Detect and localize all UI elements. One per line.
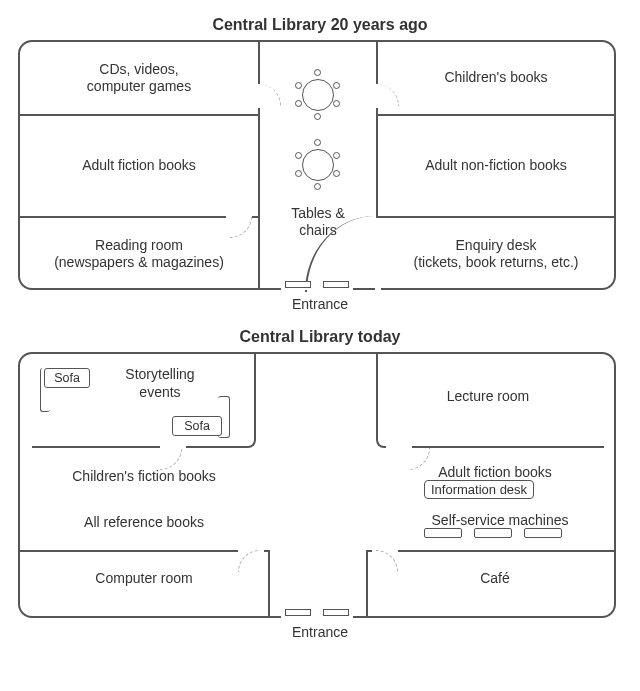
sofa-shape-icon — [218, 396, 230, 438]
room-children-books: Children's books — [378, 42, 614, 114]
room-cds: CDs, videos, computer games — [20, 42, 258, 114]
tables-chairs-icon — [288, 70, 348, 190]
self-service-machine-icon — [424, 528, 462, 538]
floorplan-before: CDs, videos, computer games Children's b… — [18, 40, 616, 290]
plan-before-title: Central Library 20 years ago — [18, 16, 622, 34]
floorplan-after: Storytelling events Lecture room Childre… — [18, 352, 616, 618]
room-reading-room: Reading room (newspapers & magazines) — [20, 218, 258, 290]
corridor-wall-left — [268, 550, 270, 616]
sofa-shape-icon — [40, 368, 50, 412]
door-icon — [375, 218, 381, 290]
self-service-machine-icon — [474, 528, 512, 538]
self-service-machine-icon — [524, 528, 562, 538]
corridor-wall-right — [366, 550, 368, 616]
entrance-label-before: Entrance — [18, 296, 622, 312]
entrance-label-after: Entrance — [18, 624, 622, 640]
room-children-fiction: Children's fiction books — [34, 464, 254, 490]
room-adult-fiction: Adult fiction books — [20, 116, 258, 216]
room-enquiry-desk: Enquiry desk (tickets, book returns, etc… — [378, 218, 614, 290]
room-cafe: Café — [390, 566, 600, 592]
entrance-icon — [281, 282, 353, 290]
entrance-icon — [281, 610, 353, 618]
door-icon — [234, 462, 258, 468]
sofa-label: Sofa — [44, 368, 90, 388]
room-adult-nonfiction: Adult non-fiction books — [378, 116, 614, 216]
room-storytelling: Storytelling events — [90, 362, 230, 405]
room-computer-room: Computer room — [34, 566, 254, 592]
room-all-reference: All reference books — [34, 510, 254, 536]
divider — [20, 550, 270, 552]
information-desk: Information desk — [424, 480, 534, 499]
room-lecture: Lecture room — [398, 384, 578, 410]
plan-after-title: Central Library today — [18, 328, 622, 346]
divider — [366, 550, 616, 552]
sofa-label: Sofa — [172, 416, 222, 436]
